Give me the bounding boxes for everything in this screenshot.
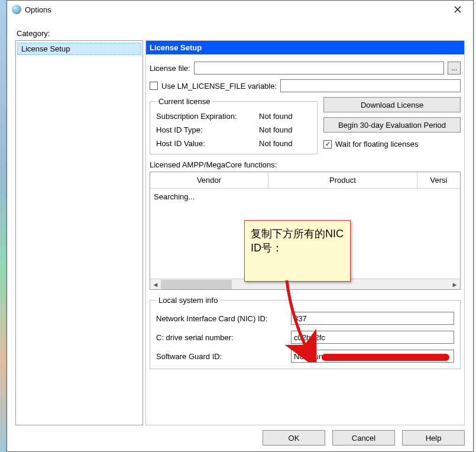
close-button[interactable] bbox=[446, 1, 469, 18]
wait-row: Wait for floating licenses bbox=[323, 140, 461, 148]
sub-exp-value: Not found bbox=[259, 112, 311, 121]
content-area: Category: License Setup License Setup Li… bbox=[7, 18, 473, 451]
category-label: Category: bbox=[15, 18, 465, 40]
window-title: Options bbox=[25, 5, 446, 14]
scroll-right-icon[interactable]: ► bbox=[449, 280, 460, 289]
ampp-label: Licensed AMPP/MegaCore functions: bbox=[150, 160, 461, 169]
hostid-type-value: Not found bbox=[259, 125, 311, 134]
current-license-grid: Subscription Expiration: Not found Host … bbox=[156, 112, 311, 148]
license-file-input[interactable] bbox=[194, 62, 444, 75]
nic-id-label: Network Interface Card (NIC) ID: bbox=[156, 314, 286, 323]
titlebar: Options bbox=[7, 1, 473, 18]
annotation-callout: 复制下方所有的NIC ID号： bbox=[244, 220, 351, 282]
begin-eval-button[interactable]: Begin 30-day Evaluation Period bbox=[323, 117, 461, 133]
software-guard-label: Software Guard ID: bbox=[156, 352, 286, 361]
close-icon bbox=[454, 6, 461, 13]
app-icon bbox=[12, 5, 21, 14]
browse-button[interactable]: ... bbox=[448, 62, 461, 75]
ok-button[interactable]: OK bbox=[263, 430, 325, 445]
download-license-button[interactable]: Download License bbox=[323, 97, 461, 112]
options-window: Options Category: License Setup License … bbox=[7, 0, 474, 452]
scroll-thumb[interactable] bbox=[161, 280, 232, 289]
category-tree[interactable]: License Setup bbox=[15, 40, 143, 425]
hostid-value-label: Host ID Value: bbox=[156, 139, 255, 148]
cdrive-label: C: drive serial number: bbox=[156, 333, 286, 342]
current-license-fieldset: Current license Subscription Expiration:… bbox=[150, 97, 318, 154]
scroll-left-icon[interactable]: ◄ bbox=[150, 280, 161, 289]
hostid-value-value: Not found bbox=[259, 139, 311, 148]
ampp-status: Searching... bbox=[154, 192, 195, 201]
nic-id-input[interactable] bbox=[291, 312, 454, 325]
cdrive-input[interactable] bbox=[291, 331, 454, 344]
ampp-header-versi[interactable]: Versi bbox=[417, 172, 460, 189]
use-lm-row: Use LM_LICENSE_FILE variable: bbox=[150, 79, 461, 92]
tree-item-license-setup[interactable]: License Setup bbox=[17, 43, 141, 55]
ampp-header-product[interactable]: Product bbox=[268, 172, 417, 189]
sub-exp-label: Subscription Expiration: bbox=[156, 112, 255, 121]
use-lm-label: Use LM_LICENSE_FILE variable: bbox=[161, 82, 277, 91]
redaction-mark bbox=[322, 354, 449, 361]
hostid-type-label: Host ID Type: bbox=[156, 125, 255, 134]
help-button[interactable]: Help bbox=[402, 430, 465, 445]
wait-checkbox[interactable] bbox=[323, 140, 332, 148]
panel-title: License Setup bbox=[146, 41, 464, 54]
current-license-legend: Current license bbox=[156, 97, 212, 106]
dialog-buttons: OK Cancel Help bbox=[15, 425, 465, 445]
cancel-button[interactable]: Cancel bbox=[332, 430, 395, 445]
lm-variable-input[interactable] bbox=[280, 79, 461, 92]
ampp-grid-header: Vendor Product Versi bbox=[150, 172, 460, 189]
license-file-label: License file: bbox=[150, 64, 190, 73]
wait-label: Wait for floating licenses bbox=[335, 140, 418, 148]
side-buttons: Download License Begin 30-day Evaluation… bbox=[323, 97, 461, 148]
mid-row: Current license Subscription Expiration:… bbox=[150, 97, 461, 154]
use-lm-checkbox[interactable] bbox=[150, 82, 158, 90]
columns: License Setup License Setup License file… bbox=[15, 40, 465, 425]
local-system-legend: Local system info bbox=[156, 296, 220, 305]
ampp-header-vendor[interactable]: Vendor bbox=[150, 172, 268, 189]
license-file-row: License file: ... bbox=[150, 62, 461, 75]
